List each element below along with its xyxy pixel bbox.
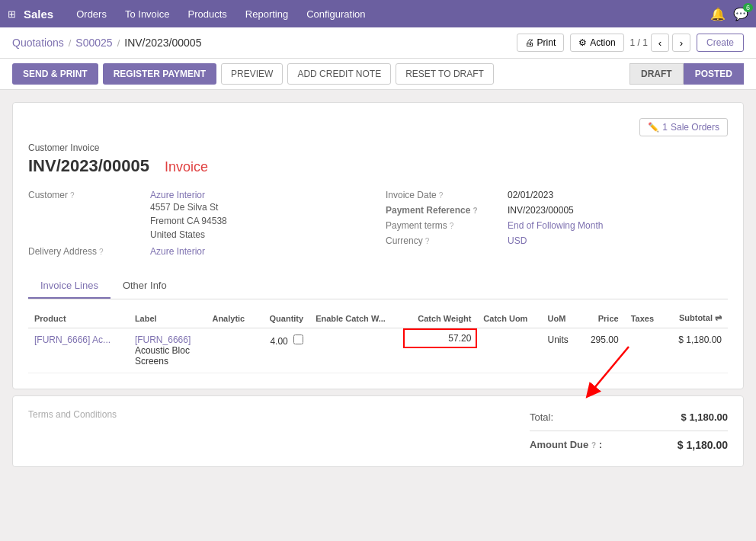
tab-invoice-lines[interactable]: Invoice Lines — [28, 274, 111, 299]
total-value: $ 1,180.00 — [681, 411, 728, 423]
catch-weight-value[interactable]: 57.20 — [403, 328, 478, 348]
customer-label: Customer ? — [28, 190, 150, 200]
product-link[interactable]: [FURN_6666] Ac... — [34, 335, 111, 345]
edit-icon: ✏️ — [648, 122, 659, 133]
nav-products[interactable]: Products — [180, 4, 234, 24]
label-line2: Acoustic Bloc — [135, 345, 190, 356]
currency-label: Currency ? — [386, 235, 508, 246]
status-posted-button[interactable]: POSTED — [684, 63, 744, 85]
nav-to-invoice[interactable]: To Invoice — [117, 4, 178, 24]
sale-orders-count: 1 — [662, 122, 668, 133]
messages-icon[interactable]: 💬 6 — [733, 7, 748, 21]
add-credit-note-button[interactable]: ADD CREDIT NOTE — [287, 63, 391, 85]
payment-terms-help-icon: ? — [450, 222, 454, 230]
customer-help-icon: ? — [70, 191, 75, 200]
col-analytic: Analytic — [206, 309, 257, 328]
invoice-table: Product Label Analytic Quantity Enable C… — [28, 309, 728, 373]
invoice-date-label: Invoice Date ? — [386, 190, 508, 200]
doc-type: Customer Invoice — [28, 142, 208, 153]
top-navigation: ⊞ Sales Orders To Invoice Products Repor… — [0, 0, 756, 27]
amount-due-help-icon: ? — [591, 441, 596, 450]
subtotal-cell: $ 1,180.00 — [665, 328, 728, 373]
label-line1[interactable]: [FURN_6666] — [135, 335, 191, 345]
preview-button[interactable]: PREVIEW — [221, 63, 283, 85]
total-label: Total: — [530, 411, 553, 423]
invoice-date-field: Invoice Date ? 02/01/2023 — [386, 190, 728, 200]
delivery-address-field: Delivery Address ? Azure Interior — [28, 246, 370, 257]
status-draft-button[interactable]: DRAFT — [629, 63, 684, 85]
total-row: Total: $ 1,180.00 — [530, 408, 728, 426]
quantity-checkbox[interactable] — [293, 335, 303, 344]
col-quantity: Quantity — [257, 309, 309, 328]
top-nav-right: 🔔 💬 6 — [710, 7, 748, 21]
quantity-cell: 4.00 — [257, 328, 309, 373]
reset-to-draft-button[interactable]: RESET TO DRAFT — [396, 63, 494, 85]
print-button[interactable]: 🖨 Print — [517, 34, 565, 52]
tabs: Invoice Lines Other Info — [28, 274, 728, 299]
invoice-header: Customer ? Azure Interior 4557 De Silva … — [28, 190, 728, 261]
page-navigation: 1 / 1 ‹ › — [630, 34, 690, 52]
page-info: 1 / 1 — [630, 37, 648, 48]
invoice-header-row: Customer Invoice INV/2023/00005 Invoice — [28, 142, 728, 178]
catch-weight-cell-wrapper: 57.20 — [403, 328, 478, 373]
delivery-address-label: Delivery Address ? — [28, 246, 150, 257]
delivery-address-value[interactable]: Azure Interior — [150, 246, 205, 257]
breadcrumb-sep-1: / — [69, 37, 72, 49]
customer-field: Customer ? Azure Interior 4557 De Silva … — [28, 190, 370, 242]
invoice-left: Customer ? Azure Interior 4557 De Silva … — [28, 190, 370, 261]
prev-page-button[interactable]: ‹ — [651, 34, 669, 52]
table-container: Product Label Analytic Quantity Enable C… — [28, 309, 728, 373]
amount-due-value: $ 1,180.00 — [678, 439, 728, 451]
payment-terms-label: Payment terms ? — [386, 220, 508, 231]
breadcrumb-actions: 🖨 Print ⚙ Action 1 / 1 ‹ › Create — [517, 34, 744, 52]
notifications-icon[interactable]: 🔔 — [710, 7, 726, 21]
col-price: Price — [579, 309, 625, 328]
status-bar: DRAFT POSTED — [629, 63, 744, 85]
col-product: Product — [28, 309, 129, 328]
payment-terms-field: Payment terms ? End of Following Month — [386, 220, 728, 231]
customer-name[interactable]: Azure Interior — [150, 190, 227, 200]
payment-terms-value[interactable]: End of Following Month — [508, 220, 603, 231]
label-cell: [FURN_6666] Acoustic Bloc Screens — [129, 328, 207, 373]
terms-label: Terms and Conditions — [28, 409, 117, 420]
doc-label: Invoice — [165, 159, 208, 175]
breadcrumb-current: INV/2023/00005 — [124, 37, 201, 49]
nav-configuration[interactable]: Configuration — [299, 4, 373, 24]
main-content: ✏️ 1 Sale Orders Customer Invoice INV/20… — [0, 90, 756, 479]
app-name[interactable]: Sales — [24, 8, 53, 21]
create-button[interactable]: Create — [697, 34, 744, 52]
col-taxes: Taxes — [625, 309, 665, 328]
nav-orders[interactable]: Orders — [69, 4, 114, 24]
action-button[interactable]: ⚙ Action — [570, 34, 623, 52]
quantity-value: 4.00 — [270, 336, 287, 347]
label-line3: Screens — [135, 356, 168, 367]
customer-address: 4557 De Silva StFremont CA 94538United S… — [150, 200, 227, 242]
currency-field: Currency ? USD — [386, 235, 728, 246]
payment-ref-help-icon: ? — [472, 206, 477, 215]
action-bar: SEND & PRINT REGISTER PAYMENT PREVIEW AD… — [0, 59, 756, 90]
amount-due-label: Amount Due ? : — [530, 439, 602, 451]
col-subtotal: Subtotal ⇌ — [665, 309, 728, 328]
amount-due-row: Amount Due ? : $ 1,180.00 — [530, 436, 728, 454]
app-grid-icon[interactable]: ⊞ — [8, 8, 16, 20]
tab-other-info[interactable]: Other Info — [111, 274, 179, 299]
settings-icon[interactable]: ⇌ — [715, 313, 722, 322]
sale-orders-button[interactable]: ✏️ 1 Sale Orders — [639, 118, 728, 136]
invoice-footer: Terms and Conditions Total: $ 1,180.00 A… — [12, 395, 744, 467]
invoice-card: ✏️ 1 Sale Orders Customer Invoice INV/20… — [12, 102, 744, 389]
enable-catch-cell — [309, 328, 402, 373]
send-print-button[interactable]: SEND & PRINT — [12, 63, 98, 85]
doc-number: INV/2023/00005 — [28, 156, 149, 176]
next-page-button[interactable]: › — [672, 34, 690, 52]
totals-divider — [530, 431, 728, 431]
breadcrumb-sep-2: / — [117, 37, 120, 49]
register-payment-button[interactable]: REGISTER PAYMENT — [103, 63, 216, 85]
invoice-date-value: 02/01/2023 — [508, 190, 553, 200]
payment-ref-value: INV/2023/00005 — [508, 205, 574, 216]
payment-ref-field: Payment Reference ? INV/2023/00005 — [386, 205, 728, 216]
gear-icon: ⚙ — [578, 37, 587, 48]
currency-value[interactable]: USD — [508, 235, 527, 246]
breadcrumb-quotations[interactable]: Quotations — [12, 37, 64, 49]
breadcrumb-s00025[interactable]: S00025 — [75, 37, 112, 49]
nav-reporting[interactable]: Reporting — [238, 4, 296, 24]
